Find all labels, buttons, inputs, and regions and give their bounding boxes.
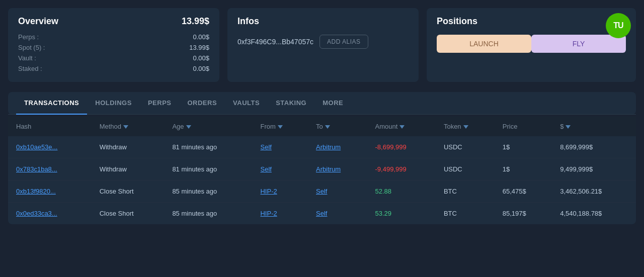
filter-icon[interactable] <box>278 125 283 129</box>
overview-row: Staked :0.00$ <box>18 63 209 74</box>
filter-icon[interactable] <box>463 125 468 129</box>
transaction-dollar: 3,462,506.21$ <box>552 180 636 203</box>
table-row: 0xb10ae53e...Withdraw81 minutes agoSelfA… <box>8 136 636 158</box>
overview-row-value: 0.00$ <box>193 65 209 72</box>
overview-row: Vault :0.00$ <box>18 53 209 63</box>
col-price: Price <box>495 117 552 136</box>
table-container: HashMethodAgeFromToAmountTokenPrice$ 0xb… <box>8 117 636 224</box>
col-to[interactable]: To <box>308 117 367 136</box>
table-row: 0xb13f9820...Close Short85 minutes agoHI… <box>8 180 636 203</box>
filter-icon[interactable] <box>325 125 330 129</box>
transaction-hash[interactable]: 0xb10ae53e... <box>16 143 57 151</box>
filter-icon[interactable] <box>566 125 571 129</box>
overview-row: Perps :0.00$ <box>18 32 209 42</box>
tab-orders[interactable]: ORDERS <box>179 92 225 115</box>
table-header-row: HashMethodAgeFromToAmountTokenPrice$ <box>8 117 636 136</box>
transaction-to[interactable]: Arbitrum <box>316 165 341 173</box>
transaction-age: 85 minutes ago <box>164 203 252 225</box>
tab-holdings[interactable]: HOLDINGS <box>87 92 140 115</box>
overview-row-label: Vault : <box>18 54 36 62</box>
tab-transactions[interactable]: TRANSACTIONS <box>16 92 87 115</box>
transaction-from[interactable]: Self <box>260 143 271 151</box>
col-dollar[interactable]: $ <box>552 117 636 136</box>
overview-row-value: 0.00$ <box>193 54 209 62</box>
infos-card: Infos 0xf3F496C9...Bb47057c ADD ALIAS <box>227 8 419 82</box>
infos-address: 0xf3F496C9...Bb47057c <box>237 38 313 46</box>
overview-title: Overview <box>18 16 58 27</box>
transaction-token: BTC <box>436 180 495 203</box>
transaction-price: 1$ <box>495 158 552 180</box>
table-row: 0x0ed33ca3...Close Short85 minutes agoHI… <box>8 203 636 225</box>
transaction-to[interactable]: Self <box>316 210 327 217</box>
col-age[interactable]: Age <box>164 117 252 136</box>
filter-icon[interactable] <box>186 125 191 129</box>
tab-staking[interactable]: STAKING <box>268 92 314 115</box>
table-row: 0x783c1ba8...Withdraw81 minutes agoSelfA… <box>8 158 636 180</box>
transaction-age: 81 minutes ago <box>164 158 252 180</box>
overview-card: Overview 13.99$ Perps :0.00$Spot (5) :13… <box>8 8 219 82</box>
positions-title: Positions <box>437 16 626 27</box>
overview-rows: Perps :0.00$Spot (5) :13.99$Vault :0.00$… <box>18 32 209 74</box>
transaction-price: 65,475$ <box>495 180 552 203</box>
tab-perps[interactable]: PERPS <box>140 92 180 115</box>
transaction-amount: -8,699,999 <box>367 136 436 158</box>
tab-more[interactable]: MORE <box>314 92 351 115</box>
transaction-hash[interactable]: 0x0ed33ca3... <box>16 210 57 217</box>
infos-title: Infos <box>237 16 409 27</box>
overview-row-label: Spot (5) : <box>18 44 45 51</box>
transaction-amount: -9,499,999 <box>367 158 436 180</box>
overview-total: 13.99$ <box>182 16 209 27</box>
tu-logo: TU <box>606 13 631 38</box>
filter-icon[interactable] <box>399 125 405 129</box>
tabs-section: TRANSACTIONSHOLDINGSPERPSORDERSVAULTSSTA… <box>8 92 636 115</box>
transaction-token: USDC <box>436 158 495 180</box>
transaction-price: 1$ <box>495 136 552 158</box>
overview-row-label: Staked : <box>18 65 42 72</box>
col-from[interactable]: From <box>252 117 308 136</box>
transaction-age: 85 minutes ago <box>164 180 252 203</box>
transaction-age: 81 minutes ago <box>164 136 252 158</box>
transaction-method: Withdraw <box>92 158 165 180</box>
transaction-hash[interactable]: 0x783c1ba8... <box>16 165 57 173</box>
overview-row: Spot (5) :13.99$ <box>18 42 209 53</box>
overview-row-value: 0.00$ <box>193 33 209 41</box>
transaction-method: Withdraw <box>92 136 165 158</box>
transaction-method: Close Short <box>92 180 165 203</box>
transaction-to[interactable]: Arbitrum <box>316 143 341 151</box>
tabs-nav: TRANSACTIONSHOLDINGSPERPSORDERSVAULTSSTA… <box>8 92 636 115</box>
add-alias-button[interactable]: ADD ALIAS <box>319 35 368 49</box>
fly-tab[interactable]: FLY <box>531 35 626 53</box>
transaction-hash[interactable]: 0xb13f9820... <box>16 188 56 195</box>
transaction-to[interactable]: Self <box>316 188 327 195</box>
filter-icon[interactable] <box>123 125 128 129</box>
transaction-from[interactable]: HIP-2 <box>260 188 277 195</box>
transactions-table: HashMethodAgeFromToAmountTokenPrice$ 0xb… <box>8 117 636 224</box>
col-method[interactable]: Method <box>92 117 165 136</box>
col-hash: Hash <box>8 117 92 136</box>
transaction-method: Close Short <box>92 203 165 225</box>
transaction-from[interactable]: Self <box>260 165 271 173</box>
transaction-amount: 52.88 <box>367 180 436 203</box>
overview-row-label: Perps : <box>18 33 39 41</box>
col-amount[interactable]: Amount <box>367 117 436 136</box>
transaction-token: BTC <box>436 203 495 225</box>
tab-vaults[interactable]: VAULTS <box>225 92 268 115</box>
positions-tabs: LAUNCH FLY <box>437 35 626 53</box>
transaction-from[interactable]: HIP-2 <box>260 210 277 217</box>
col-token[interactable]: Token <box>436 117 495 136</box>
launch-tab[interactable]: LAUNCH <box>437 35 531 53</box>
transaction-dollar: 8,699,999$ <box>552 136 636 158</box>
overview-row-value: 13.99$ <box>189 44 209 51</box>
transaction-dollar: 4,540,188.78$ <box>552 203 636 225</box>
transaction-token: USDC <box>436 136 495 158</box>
positions-card: Positions LAUNCH FLY TU <box>427 8 636 82</box>
transaction-amount: 53.29 <box>367 203 436 225</box>
transaction-price: 85,197$ <box>495 203 552 225</box>
table-body: 0xb10ae53e...Withdraw81 minutes agoSelfA… <box>8 136 636 224</box>
transaction-dollar: 9,499,999$ <box>552 158 636 180</box>
